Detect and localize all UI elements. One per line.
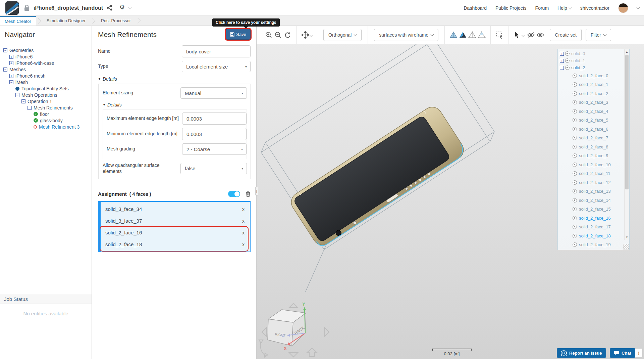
- face-row[interactable]: solid_2_face_6: [573, 125, 629, 134]
- tetra-points-icon[interactable]: [477, 30, 486, 40]
- inner-details-header[interactable]: ▼ Details: [103, 102, 247, 107]
- scene-tree-resize-handle[interactable]: [623, 244, 629, 250]
- nav-link-dashboard[interactable]: Dashboard: [464, 5, 487, 11]
- tree-item-icon[interactable]: [28, 106, 32, 110]
- show-all-eye-icon[interactable]: [536, 30, 545, 40]
- nav-link-help[interactable]: Help: [557, 5, 572, 11]
- create-set-button[interactable]: Create set: [550, 29, 582, 41]
- trash-icon[interactable]: [246, 191, 251, 197]
- face-row[interactable]: solid_2_face_13: [573, 187, 629, 196]
- tree-item-icon[interactable]: [34, 118, 38, 123]
- solid-row[interactable]: solid_2: [560, 64, 629, 71]
- face-row[interactable]: solid_2_face_10: [573, 160, 629, 169]
- visibility-eye-icon[interactable]: [573, 153, 577, 158]
- assigned-face-row[interactable]: solid_3_face_37 x: [101, 215, 250, 227]
- cursor-chevron-down-icon[interactable]: [522, 33, 525, 37]
- assigned-face-row[interactable]: solid_2_face_18 x: [101, 238, 250, 250]
- cursor-select-icon[interactable]: [513, 30, 522, 40]
- tetra-wireframe-icon[interactable]: [468, 30, 477, 40]
- visibility-eye-icon[interactable]: [573, 189, 577, 193]
- face-row[interactable]: solid_2_face_0: [573, 71, 629, 80]
- tree-item[interactable]: iPhone6: [9, 53, 92, 60]
- visibility-eye-icon[interactable]: [573, 118, 577, 122]
- tetra-shaded-icon[interactable]: [458, 30, 468, 40]
- face-row[interactable]: solid_2_face_7: [573, 134, 629, 143]
- job-status-title[interactable]: Job Status: [0, 294, 92, 304]
- solid-expander-icon[interactable]: [560, 59, 564, 63]
- visibility-eye-icon[interactable]: [573, 180, 577, 185]
- assigned-face-row[interactable]: solid_2_face_16 x: [101, 227, 250, 238]
- gear-chevron-down-icon[interactable]: [128, 6, 132, 9]
- tree-item[interactable]: iMesh: [9, 79, 92, 85]
- tree-item-icon[interactable]: [9, 74, 13, 78]
- hide-selection-eye-slash-icon[interactable]: [526, 30, 536, 40]
- face-row[interactable]: solid_2_face_4: [573, 107, 629, 116]
- visibility-eye-icon[interactable]: [573, 216, 577, 220]
- visibility-eye-icon[interactable]: [573, 163, 577, 167]
- pan-chevron-down-icon[interactable]: [310, 33, 313, 37]
- mesh-grading-select[interactable]: 2 - Coarse ▾: [182, 143, 247, 155]
- visibility-eye-icon[interactable]: [565, 58, 570, 63]
- tree-item[interactable]: floor: [34, 111, 92, 117]
- visibility-eye-icon[interactable]: [573, 198, 577, 203]
- gear-icon[interactable]: ⚙: [119, 4, 125, 11]
- share-icon[interactable]: [107, 5, 112, 11]
- tree-item-icon[interactable]: [21, 99, 25, 103]
- tree-item[interactable]: Mesh Refinements: [28, 104, 92, 111]
- tree-item[interactable]: Mesh Refinement 3: [34, 124, 92, 130]
- solid-row[interactable]: solid_0: [560, 50, 629, 57]
- max-edge-input[interactable]: [182, 113, 247, 125]
- simscale-logo-icon[interactable]: [5, 1, 19, 15]
- visibility-eye-icon[interactable]: [573, 145, 577, 149]
- username-label[interactable]: shivcontractor: [580, 5, 609, 11]
- details-header[interactable]: ▼ Details: [98, 76, 251, 82]
- box-select-icon[interactable]: [495, 30, 504, 40]
- tree-item-icon[interactable]: [9, 61, 13, 65]
- face-row[interactable]: solid_2_face_8: [573, 142, 629, 151]
- viewport-3d[interactable]: RIGHT BACK Y X Z: [257, 26, 644, 359]
- tree-item-icon[interactable]: [34, 112, 38, 116]
- tree-item[interactable]: Topological Entity Sets: [15, 85, 92, 92]
- tetra-solid-icon[interactable]: [449, 30, 458, 40]
- face-row[interactable]: solid_2_face_11: [573, 169, 629, 178]
- workbench-tab[interactable]: Post-Processor: [96, 16, 136, 26]
- avatar[interactable]: [618, 3, 628, 13]
- solid-row[interactable]: solid_1: [560, 57, 629, 64]
- min-edge-input[interactable]: [182, 128, 247, 140]
- face-row[interactable]: solid_2_face_19: [573, 240, 629, 250]
- remove-face-icon[interactable]: x: [242, 218, 245, 224]
- scroll-thumb[interactable]: [625, 55, 629, 189]
- face-row[interactable]: solid_2_face_18: [573, 231, 629, 240]
- scene-tree-scrollbar[interactable]: ▲ ▼: [624, 49, 629, 240]
- refresh-icon[interactable]: [283, 30, 292, 40]
- render-mode-dropdown[interactable]: surfaces with wireframe: [374, 29, 438, 41]
- remove-face-icon[interactable]: x: [242, 242, 245, 247]
- pan-move-icon[interactable]: [301, 30, 310, 40]
- nav-link-forum[interactable]: Forum: [535, 5, 549, 11]
- zoom-in-icon[interactable]: [264, 30, 273, 40]
- face-row[interactable]: solid_2_face_16: [573, 214, 629, 223]
- workbench-tab[interactable]: Mesh Creator: [0, 16, 36, 26]
- tree-item[interactable]: iPhone6-with-case: [9, 60, 92, 66]
- tree-item[interactable]: Geometries: [3, 47, 92, 53]
- visibility-eye-icon[interactable]: [573, 100, 577, 104]
- tree-item-icon[interactable]: [15, 93, 19, 97]
- visibility-eye-icon[interactable]: [573, 91, 577, 96]
- tree-item-icon[interactable]: [9, 80, 13, 84]
- account-chevron-down-icon[interactable]: [637, 6, 640, 9]
- panel-splitter-handle[interactable]: ∥: [255, 187, 258, 195]
- tree-item-icon[interactable]: [9, 55, 13, 59]
- face-row[interactable]: solid_2_face_2: [573, 89, 629, 98]
- visibility-eye-icon[interactable]: [573, 242, 577, 247]
- assignment-toggle[interactable]: [228, 191, 240, 197]
- scroll-up-icon[interactable]: ▲: [625, 49, 629, 55]
- visibility-eye-icon[interactable]: [573, 82, 577, 87]
- element-sizing-select[interactable]: Manual ▾: [180, 87, 247, 99]
- tree-item[interactable]: Meshes: [3, 66, 92, 73]
- save-button[interactable]: Save: [226, 29, 251, 40]
- visibility-eye-icon[interactable]: [573, 207, 577, 211]
- visibility-eye-icon[interactable]: [573, 74, 577, 78]
- visibility-eye-icon[interactable]: [573, 127, 577, 131]
- scroll-down-icon[interactable]: ▼: [625, 235, 629, 240]
- type-select[interactable]: Local element size ▾: [182, 61, 251, 72]
